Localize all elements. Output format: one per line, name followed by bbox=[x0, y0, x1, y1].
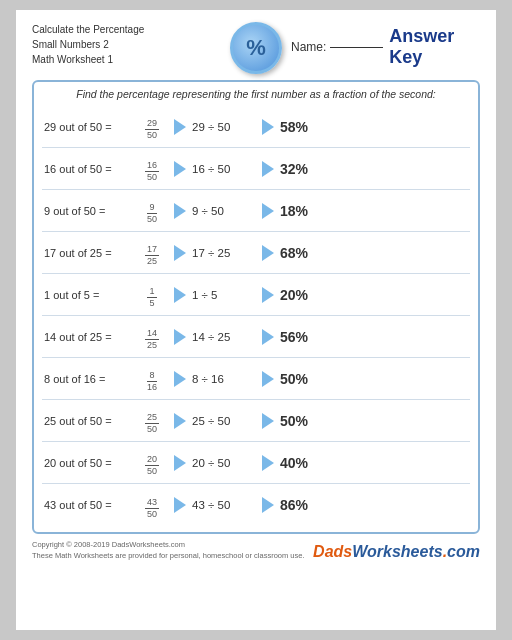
numerator: 16 bbox=[145, 160, 159, 172]
problem-text: 29 out of 50 = bbox=[44, 121, 134, 133]
table-row: 9 out of 50 = 9 50 9 ÷ 50 18% bbox=[42, 190, 470, 232]
footer-logo: DadsWorksheets.com bbox=[313, 543, 480, 561]
arrow-icon-2 bbox=[262, 287, 274, 303]
problem-text: 8 out of 16 = bbox=[44, 373, 134, 385]
fraction-display: 1 5 bbox=[147, 286, 156, 309]
denominator: 25 bbox=[145, 340, 159, 351]
denominator: 5 bbox=[147, 298, 156, 309]
rows-container: 29 out of 50 = 29 50 29 ÷ 50 58% 16 out … bbox=[42, 106, 470, 526]
arrow-icon-2 bbox=[262, 119, 274, 135]
problem-text: 1 out of 5 = bbox=[44, 289, 134, 301]
problem-text: 17 out of 25 = bbox=[44, 247, 134, 259]
percent-icon: % bbox=[230, 22, 282, 74]
fraction: 20 50 bbox=[134, 448, 170, 477]
fraction-display: 43 50 bbox=[145, 497, 159, 520]
arrow-icon bbox=[174, 161, 186, 177]
arrow-icon-2 bbox=[262, 245, 274, 261]
denominator: 50 bbox=[145, 509, 159, 520]
answer-value: 40% bbox=[280, 455, 325, 471]
table-row: 29 out of 50 = 29 50 29 ÷ 50 58% bbox=[42, 106, 470, 148]
logo-text: DadsWorksheets.com bbox=[313, 543, 480, 560]
name-line bbox=[330, 47, 383, 48]
footer: Copyright © 2008-2019 DadsWorksheets.com… bbox=[32, 540, 480, 561]
denominator: 50 bbox=[145, 424, 159, 435]
table-row: 20 out of 50 = 20 50 20 ÷ 50 40% bbox=[42, 442, 470, 484]
numerator: 9 bbox=[147, 202, 156, 214]
answer-value: 86% bbox=[280, 497, 325, 513]
problem-text: 9 out of 50 = bbox=[44, 205, 134, 217]
fraction: 8 16 bbox=[134, 364, 170, 393]
worksheet-page: Calculate the Percentage Small Numbers 2… bbox=[16, 10, 496, 630]
division-expression: 1 ÷ 5 bbox=[192, 289, 262, 301]
division-expression: 43 ÷ 50 bbox=[192, 499, 262, 511]
problem-text: 16 out of 50 = bbox=[44, 163, 134, 175]
answer-key-label: Answer Key bbox=[389, 26, 480, 68]
table-row: 43 out of 50 = 43 50 43 ÷ 50 86% bbox=[42, 484, 470, 526]
division-expression: 8 ÷ 16 bbox=[192, 373, 262, 385]
arrow-icon bbox=[174, 413, 186, 429]
title-line3: Math Worksheet 1 bbox=[32, 52, 221, 67]
division-expression: 29 ÷ 50 bbox=[192, 121, 262, 133]
fraction-display: 17 25 bbox=[145, 244, 159, 267]
fraction: 14 25 bbox=[134, 322, 170, 351]
numerator: 17 bbox=[145, 244, 159, 256]
denominator: 50 bbox=[145, 172, 159, 183]
fraction: 43 50 bbox=[134, 491, 170, 520]
fraction-display: 29 50 bbox=[145, 118, 159, 141]
division-expression: 20 ÷ 50 bbox=[192, 457, 262, 469]
fraction-display: 14 25 bbox=[145, 328, 159, 351]
arrow-icon-2 bbox=[262, 497, 274, 513]
fraction-display: 16 50 bbox=[145, 160, 159, 183]
arrow-icon bbox=[174, 245, 186, 261]
table-row: 8 out of 16 = 8 16 8 ÷ 16 50% bbox=[42, 358, 470, 400]
fraction-display: 9 50 bbox=[145, 202, 159, 225]
arrow-icon-2 bbox=[262, 371, 274, 387]
arrow-icon bbox=[174, 371, 186, 387]
table-row: 14 out of 25 = 14 25 14 ÷ 25 56% bbox=[42, 316, 470, 358]
table-row: 16 out of 50 = 16 50 16 ÷ 50 32% bbox=[42, 148, 470, 190]
fraction: 17 25 bbox=[134, 238, 170, 267]
numerator: 29 bbox=[145, 118, 159, 130]
name-label: Name: bbox=[291, 40, 326, 54]
arrow-icon bbox=[174, 455, 186, 471]
answer-value: 50% bbox=[280, 371, 325, 387]
arrow-icon bbox=[174, 119, 186, 135]
instruction-text: Find the percentage representing the fir… bbox=[42, 88, 470, 100]
fraction: 16 50 bbox=[134, 154, 170, 183]
answer-value: 68% bbox=[280, 245, 325, 261]
numerator: 43 bbox=[145, 497, 159, 509]
numerator: 25 bbox=[145, 412, 159, 424]
worksheet-content: Find the percentage representing the fir… bbox=[32, 80, 480, 534]
table-row: 1 out of 5 = 1 5 1 ÷ 5 20% bbox=[42, 274, 470, 316]
division-expression: 25 ÷ 50 bbox=[192, 415, 262, 427]
fraction: 25 50 bbox=[134, 406, 170, 435]
arrow-icon-2 bbox=[262, 203, 274, 219]
answer-value: 18% bbox=[280, 203, 325, 219]
table-row: 25 out of 50 = 25 50 25 ÷ 50 50% bbox=[42, 400, 470, 442]
disclaimer: These Math Worksheets are provided for p… bbox=[32, 551, 305, 562]
arrow-icon bbox=[174, 287, 186, 303]
answer-value: 32% bbox=[280, 161, 325, 177]
fraction-display: 8 16 bbox=[145, 370, 159, 393]
arrow-icon-2 bbox=[262, 329, 274, 345]
title-line1: Calculate the Percentage bbox=[32, 22, 221, 37]
fraction-display: 20 50 bbox=[145, 454, 159, 477]
fraction: 29 50 bbox=[134, 112, 170, 141]
denominator: 50 bbox=[145, 130, 159, 141]
division-expression: 17 ÷ 25 bbox=[192, 247, 262, 259]
problem-text: 20 out of 50 = bbox=[44, 457, 134, 469]
footer-text: Copyright © 2008-2019 DadsWorksheets.com… bbox=[32, 540, 305, 561]
division-expression: 9 ÷ 50 bbox=[192, 205, 262, 217]
answer-value: 56% bbox=[280, 329, 325, 345]
fraction: 1 5 bbox=[134, 280, 170, 309]
denominator: 50 bbox=[145, 466, 159, 477]
top-area: Calculate the Percentage Small Numbers 2… bbox=[32, 22, 480, 74]
problem-text: 25 out of 50 = bbox=[44, 415, 134, 427]
division-expression: 14 ÷ 25 bbox=[192, 331, 262, 343]
numerator: 1 bbox=[147, 286, 156, 298]
problem-text: 14 out of 25 = bbox=[44, 331, 134, 343]
arrow-icon-2 bbox=[262, 161, 274, 177]
name-area: Name: Answer Key bbox=[291, 22, 480, 68]
numerator: 8 bbox=[147, 370, 156, 382]
answer-value: 50% bbox=[280, 413, 325, 429]
